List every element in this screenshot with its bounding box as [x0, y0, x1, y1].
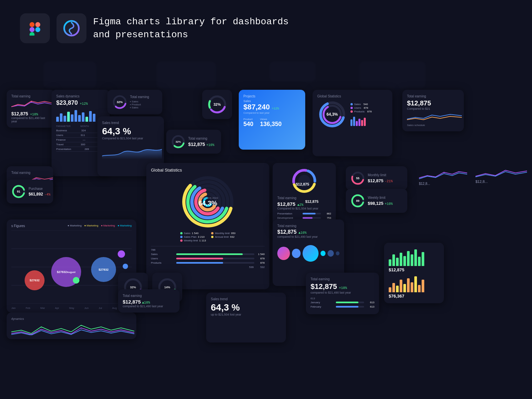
donut-standalone-label: 32%: [213, 102, 221, 106]
header: Figma charts library for dashboards and …: [20, 13, 289, 43]
te-far-title: Total earning: [407, 94, 459, 98]
bubble-chart: $27832August $27632 $27832 JanFebMarAprM…: [11, 230, 132, 304]
ml-donut: 55: [350, 171, 365, 186]
card-purchase: 91 Purchase $61,892 -4%: [7, 180, 53, 203]
card-te-bottom-center: Total earning $12,875 ▲10% compared to $…: [118, 289, 180, 313]
svg-rect-1: [35, 22, 40, 27]
te-ring: [277, 168, 331, 194]
te-ring-value: $12,875: [277, 201, 295, 207]
wave-label: dynamics: [11, 317, 132, 321]
stb-value: 64,3 %: [211, 302, 281, 313]
card-global-stats-right: Global Statistics 64,3% Sales540 Users87…: [313, 90, 392, 156]
te-lr-title: Total earning: [311, 277, 374, 281]
te-bc-change: ▲10%: [142, 301, 150, 305]
te-lr-sub: compared to $21,490 last year: [311, 291, 374, 294]
te-bub-change: ▲10%: [299, 231, 307, 235]
proj-product-value: 540: [243, 121, 253, 128]
proj-views-value: 136,350: [260, 121, 282, 128]
proj-product-label: Product: [243, 118, 253, 121]
purchase-change: -4%: [44, 193, 50, 197]
donut-standalone: 32%: [207, 94, 227, 114]
val-12875-1: $12,875: [296, 182, 309, 186]
wl-donut: 89: [350, 194, 365, 208]
card-total-earning-center: 32% Total earning $12,875 +10%: [166, 130, 221, 154]
right-edge-cards: $12,8...: [475, 166, 529, 184]
gs-donut-label: 64,3%: [327, 112, 338, 117]
bg-card-3: [269, 62, 316, 81]
card-global-stats-large: Global Statistics DYNAMICS 2022 64,3% Sa…: [146, 163, 269, 289]
bubble-3: $27832: [91, 257, 116, 282]
earning-value: $12,875: [11, 111, 28, 116]
vbars-val1: $12,875: [389, 267, 439, 272]
ml-pct: 55: [356, 177, 359, 180]
right-sparklines: $12,8...: [419, 166, 469, 186]
donut-32-bottom-label: 32%: [130, 286, 136, 289]
title-line2: and presentations: [93, 30, 188, 40]
bubble-sm2: [123, 264, 128, 269]
bg-card-2: [156, 62, 216, 88]
card-weekly-limit: 89 Weekly limit $98,125 +10%: [346, 189, 407, 213]
donut-32-label: 32%: [117, 100, 123, 104]
ml-value: $12,875: [368, 178, 383, 183]
card-total-earning-left: Total earning $12,875 +10% compared to $…: [7, 90, 55, 128]
figma-icon: [28, 21, 42, 36]
te-center-title: Total earning: [188, 137, 214, 140]
te-lr-change: +10%: [339, 286, 347, 290]
stb-title: Sales trend: [211, 297, 281, 301]
svg-rect-0: [30, 22, 35, 27]
te-ring-title: Total earning: [277, 196, 331, 200]
wl-change: +10%: [385, 202, 393, 206]
te-bc-sub: compared to $21,490 last year: [123, 305, 175, 308]
vbars-val2: $76,367: [389, 294, 439, 299]
purchase-title: Purchase: [29, 187, 50, 191]
earning-change: +10%: [30, 113, 38, 116]
bubble-x-labels: JanFebMarAprMayJunJulAugSep: [11, 307, 132, 310]
gs-rings: DYNAMICS 2022 64,3%: [181, 175, 234, 228]
te-far-sparkline: [407, 112, 462, 121]
te-bub-value: $12,875: [277, 229, 297, 235]
title-line1: Figma charts library for dashboards: [93, 17, 289, 27]
purchase-donut: 91: [11, 184, 26, 199]
card-projects: Projects Sales $87,240 +12% Compared to …: [239, 90, 305, 150]
wl-value: $98,125: [368, 201, 383, 206]
te-center-value: $12,875: [188, 142, 205, 147]
sd-change: +12%: [80, 102, 88, 106]
header-title: Figma charts library for dashboards and …: [93, 15, 289, 41]
arc-logo-box: [57, 13, 86, 43]
donut-32-center-label: 32%: [176, 140, 181, 143]
te-lr-bars: 613 January613 February613: [311, 297, 374, 308]
bg-card-4: [359, 62, 426, 88]
purchase-value: $61,892: [29, 192, 43, 197]
te-mid-title: Total earning: [11, 171, 49, 175]
gs-bottom-bars: 786 Sales1 540 Users878 Products878 5395…: [151, 246, 265, 269]
st-sub: Compared to $21,504 last year: [102, 137, 159, 140]
te-lr-value: $12,875: [311, 282, 337, 291]
stb-sub: up to $21,504 lost year: [211, 313, 281, 316]
gs-donut: 64,3%: [317, 99, 347, 129]
card-monthly-limit: 55 Monthly limit $12,875 -21%: [346, 166, 407, 190]
sales-schedule-label: Sales schedule: [407, 124, 459, 127]
donut-14-label: 14%: [164, 286, 170, 289]
proj-title: Projects: [243, 94, 301, 98]
te-bub-title: Total earning: [277, 224, 339, 228]
card-te-large-right: Total earning $12,875 +10% compared to $…: [306, 273, 379, 314]
purchase-pct: 91: [17, 190, 20, 193]
val-12875-2: $12,875: [305, 200, 319, 203]
ml-change: -21%: [385, 180, 393, 183]
bubble-header: s Figures ● Marketing ● Marketing ● Mark…: [11, 224, 132, 228]
svg-point-4: [35, 27, 40, 32]
donut-32-center: 32%: [171, 134, 186, 149]
wl-title: Weekly limit: [368, 196, 393, 200]
card-bubble: s Figures ● Marketing ● Marketing ● Mark…: [7, 219, 136, 313]
gs-title: Global Statistics: [317, 94, 388, 98]
earning-sub: compared to $21,490 last year: [11, 116, 50, 123]
te-ring-sub: Compared to $21,504 last year: [277, 207, 331, 210]
proj-sales-value: $87,240: [243, 103, 270, 111]
svg-rect-3: [30, 32, 35, 36]
te-bc-title: Total earning: [123, 294, 175, 298]
proj-sales-change: +12%: [272, 107, 279, 110]
bubble-2: $27632: [25, 270, 45, 290]
gs-legend: Sales1 540 Sales Plan3 210 Weekly limit1…: [151, 232, 265, 243]
sparkline-left: [11, 99, 55, 109]
proj-views-label: Views: [260, 118, 282, 121]
